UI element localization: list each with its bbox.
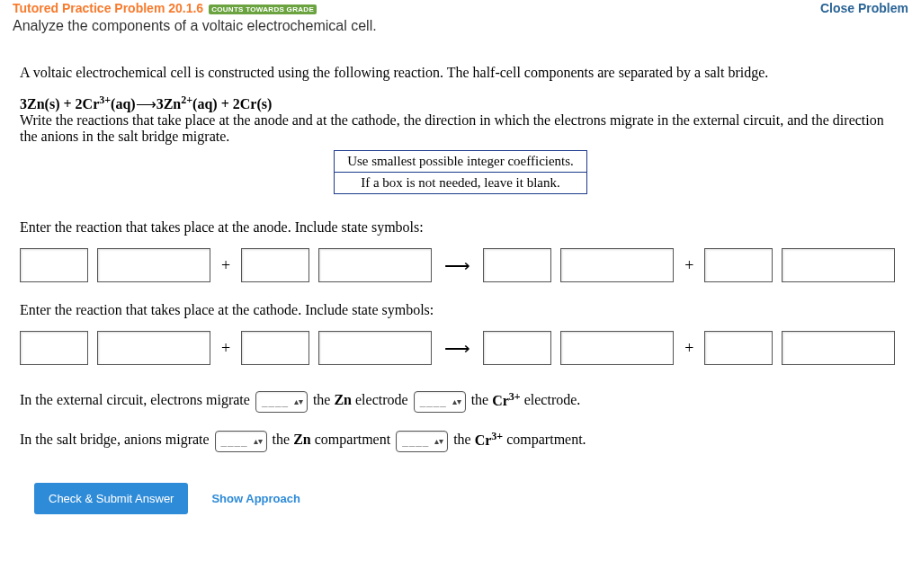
salt-bridge-sentence: In the salt bridge, anions migrate ____▴… — [20, 426, 901, 453]
cathode-coef-2[interactable] — [241, 331, 309, 365]
close-problem-link[interactable]: Close Problem — [820, 1, 908, 15]
chevron-updown-icon: ▴▾ — [254, 437, 263, 446]
arrow-icon: ⟶ — [441, 337, 474, 359]
cathode-species-2[interactable] — [318, 331, 432, 365]
arrow-icon: ⟶ — [441, 254, 474, 276]
cathode-coef-1[interactable] — [20, 331, 88, 365]
hint-box: Use smallest possible integer coefficien… — [334, 150, 587, 194]
chevron-updown-icon: ▴▾ — [294, 397, 303, 406]
anode-equation-row: + ⟶ + — [20, 248, 901, 282]
instruction-text: Write the reactions that take place at t… — [20, 112, 901, 145]
hint-line-2: If a box is not needed, leave it blank. — [334, 173, 587, 194]
cathode-coef-3[interactable] — [483, 331, 551, 365]
anode-coef-1[interactable] — [20, 248, 88, 282]
plus-sign: + — [219, 339, 232, 358]
external-direction-1-select[interactable]: ____▴▾ — [255, 391, 308, 413]
anode-species-4[interactable] — [782, 248, 895, 282]
anode-coef-3[interactable] — [483, 248, 551, 282]
check-submit-button[interactable]: Check & Submit Answer — [34, 483, 188, 514]
cathode-species-3[interactable] — [560, 331, 674, 365]
plus-sign: + — [219, 256, 232, 275]
plus-sign: + — [683, 256, 695, 275]
anode-species-1[interactable] — [97, 248, 210, 282]
anode-species-2[interactable] — [318, 248, 432, 282]
overall-reaction: 3Zn(s) + 2Cr3+(aq)⟶3Zn2+(aq) + 2Cr(s) — [20, 94, 901, 112]
grade-badge: COUNTS TOWARDS GRADE — [209, 4, 317, 14]
salt-direction-1-select[interactable]: ____▴▾ — [215, 431, 267, 452]
salt-direction-2-select[interactable]: ____▴▾ — [396, 431, 448, 452]
page-title: Analyze the components of a voltaic elec… — [0, 16, 921, 43]
anode-species-3[interactable] — [560, 248, 674, 282]
chevron-updown-icon: ▴▾ — [434, 437, 443, 446]
cathode-species-4[interactable] — [782, 331, 895, 365]
show-approach-link[interactable]: Show Approach — [211, 492, 300, 505]
intro-text: A voltaic electrochemical cell is constr… — [20, 65, 901, 81]
external-direction-2-select[interactable]: ____▴▾ — [414, 391, 466, 413]
cathode-coef-4[interactable] — [704, 331, 773, 365]
external-circuit-sentence: In the external circuit, electrons migra… — [20, 387, 901, 414]
cathode-equation-row: + ⟶ + — [20, 331, 901, 365]
cathode-species-1[interactable] — [97, 331, 210, 365]
anode-prompt: Enter the reaction that takes place at t… — [20, 219, 901, 236]
plus-sign: + — [683, 339, 695, 358]
hint-line-1: Use smallest possible integer coefficien… — [334, 150, 587, 173]
chevron-updown-icon: ▴▾ — [452, 397, 461, 406]
breadcrumb: Tutored Practice Problem 20.1.6 — [13, 1, 203, 15]
anode-coef-4[interactable] — [704, 248, 773, 282]
cathode-prompt: Enter the reaction that takes place at t… — [20, 302, 901, 318]
anode-coef-2[interactable] — [241, 248, 309, 282]
